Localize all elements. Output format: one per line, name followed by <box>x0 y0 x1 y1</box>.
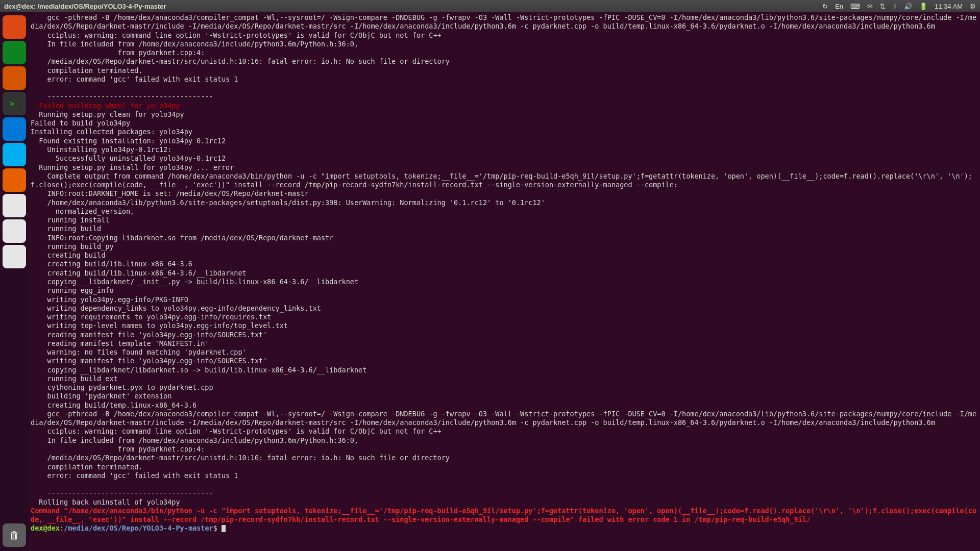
launcher-libreoffice-calc[interactable] <box>3 41 26 64</box>
terminal-line: error: command 'gcc' failed with exit st… <box>31 471 978 480</box>
terminal-line: building 'pydarknet' extension <box>31 392 978 400</box>
terminal-line: running install <box>31 216 978 224</box>
terminal-line: warning: no files found matching 'pydark… <box>31 348 978 357</box>
terminal-line: INFO:root:Copying libdarknet.so from /me… <box>31 234 978 242</box>
prompt-path: /media/dex/OS/Repo/YOLO3-4-Py-master <box>64 524 213 532</box>
terminal-line: cc1plus: warning: command line option '-… <box>31 31 978 40</box>
battery-icon[interactable]: 🔋 <box>919 3 927 10</box>
terminal-line: Command "/home/dex/anaconda3/bin/python … <box>31 507 978 524</box>
terminal-line: Running setup.py install for yolo34py ..… <box>31 163 978 172</box>
terminal-line: running egg_info <box>31 286 978 295</box>
terminal-line: ---------------------------------------- <box>31 489 978 497</box>
terminal-line: INFO:root:DARKNET_HOME is set: /media/de… <box>31 189 978 198</box>
top-menu-bar: dex@dex: /media/dex/OS/Repo/YOLO3-4-Py-m… <box>0 0 980 12</box>
prompt-user: dex@dex <box>31 524 60 532</box>
terminal-line: from pydarknet.cpp:4: <box>31 445 978 454</box>
cursor <box>222 525 226 532</box>
terminal-line: cythoning pydarknet.pyx to pydarknet.cpp <box>31 383 978 392</box>
terminal-line: gcc -pthread -B /home/dex/anaconda3/comp… <box>31 410 978 428</box>
system-indicators: ↻ En ⌨ ✉ ⇅ ᛒ 🔊 🔋 11:34 AM ⚙ <box>822 3 976 10</box>
sync-icon[interactable]: ↻ <box>822 3 828 10</box>
launcher-vscode[interactable] <box>3 117 26 141</box>
volume-icon[interactable]: 🔊 <box>904 3 912 10</box>
terminal-line: ---------------------------------------- <box>31 92 978 101</box>
window-title: dex@dex: /media/dex/OS/Repo/YOLO3-4-Py-m… <box>4 3 822 10</box>
terminal-line: writing yolo34py.egg-info/PKG-INFO <box>31 295 978 304</box>
launcher-firefox[interactable] <box>3 168 26 192</box>
terminal-line: reading manifest template 'MANIFEST.in' <box>31 339 978 348</box>
terminal-line: Failed building wheel for yolo34py <box>31 102 978 110</box>
terminal-line: writing dependency_links to yolo34py.egg… <box>31 304 978 313</box>
terminal-line: normalized_version, <box>31 207 978 216</box>
terminal-line: copying __libdarknet/__init__.py -> buil… <box>31 278 978 286</box>
terminal-line: running build_ext <box>31 374 978 383</box>
launcher-skype[interactable] <box>3 143 26 166</box>
terminal-line: /media/dex/OS/Repo/darknet-mastr/src/uni… <box>31 454 978 462</box>
terminal-line: writing requirements to yolo34py.egg-inf… <box>31 313 978 321</box>
terminal-line: reading manifest file 'yolo34py.egg-info… <box>31 331 978 339</box>
terminal-line: creating build/temp.linux-x86_64-3.6 <box>31 401 978 410</box>
terminal-line: /home/dex/anaconda3/lib/python3.6/site-p… <box>31 198 978 207</box>
terminal-line: compilation terminated. <box>31 66 978 75</box>
launcher-trash[interactable]: 🗑 <box>3 523 26 547</box>
terminal-line: compilation terminated. <box>31 463 978 471</box>
terminal-line: Successfully uninstalled yolo34py-0.1rc1… <box>31 154 978 163</box>
terminal-window[interactable]: gcc -pthread -B /home/dex/anaconda3/comp… <box>29 12 980 551</box>
terminal-line: running build_py <box>31 242 978 251</box>
terminal-line: creating build <box>31 251 978 260</box>
launcher-libreoffice-impress[interactable] <box>3 66 26 90</box>
terminal-line: creating build/lib.linux-x86_64-3.6/__li… <box>31 269 978 278</box>
launcher-drive-3[interactable] <box>3 245 26 268</box>
launcher-ubuntu-dash[interactable] <box>3 15 26 39</box>
terminal-line: In file included from /home/dex/anaconda… <box>31 436 978 445</box>
mail-icon[interactable]: ✉ <box>867 3 873 10</box>
unity-launcher: 🗑 <box>0 12 29 551</box>
launcher-drive-1[interactable] <box>3 194 26 217</box>
terminal-line: In file included from /home/dex/anaconda… <box>31 40 978 48</box>
terminal-line: running build <box>31 224 978 233</box>
terminal-line: writing manifest file 'yolo34py.egg-info… <box>31 357 978 365</box>
terminal-prompt[interactable]: dex@dex:/media/dex/OS/Repo/YOLO3-4-Py-ma… <box>31 524 978 533</box>
terminal-line: Installing collected packages: yolo34py <box>31 128 978 136</box>
terminal-line: Found existing installation: yolo34py 0.… <box>31 137 978 145</box>
network-icon[interactable]: ⇅ <box>880 3 886 10</box>
bluetooth-icon[interactable]: ᛒ <box>893 3 897 10</box>
terminal-line: Failed to build yolo34py <box>31 119 978 128</box>
terminal-line: error: command 'gcc' failed with exit st… <box>31 75 978 84</box>
launcher-terminal[interactable] <box>3 92 26 115</box>
terminal-line: Complete output from command /home/dex/a… <box>31 172 978 190</box>
launcher-drive-2[interactable] <box>3 219 26 243</box>
terminal-line: gcc -pthread -B /home/dex/anaconda3/comp… <box>31 13 978 31</box>
terminal-line: copying __libdarknet/libdarknet.so -> bu… <box>31 366 978 374</box>
terminal-line <box>31 480 978 489</box>
keyboard-icon[interactable]: ⌨ <box>850 3 860 10</box>
terminal-line: from pydarknet.cpp:4: <box>31 48 978 57</box>
terminal-line: creating build/lib.linux-x86_64-3.6 <box>31 260 978 268</box>
terminal-line: Uninstalling yolo34py-0.1rc12: <box>31 145 978 154</box>
keyboard-indicator[interactable]: En <box>835 3 843 10</box>
terminal-line <box>31 84 978 92</box>
terminal-line: Rolling back uninstall of yolo34py <box>31 498 978 507</box>
gear-icon[interactable]: ⚙ <box>970 3 976 10</box>
clock[interactable]: 11:34 AM <box>935 3 963 10</box>
terminal-line: Running setup.py clean for yolo34py <box>31 110 978 119</box>
terminal-line: writing top-level names to yolo34py.egg-… <box>31 321 978 330</box>
terminal-line: cc1plus: warning: command line option '-… <box>31 427 978 436</box>
terminal-line: /media/dex/OS/Repo/darknet-mastr/src/uni… <box>31 57 978 66</box>
